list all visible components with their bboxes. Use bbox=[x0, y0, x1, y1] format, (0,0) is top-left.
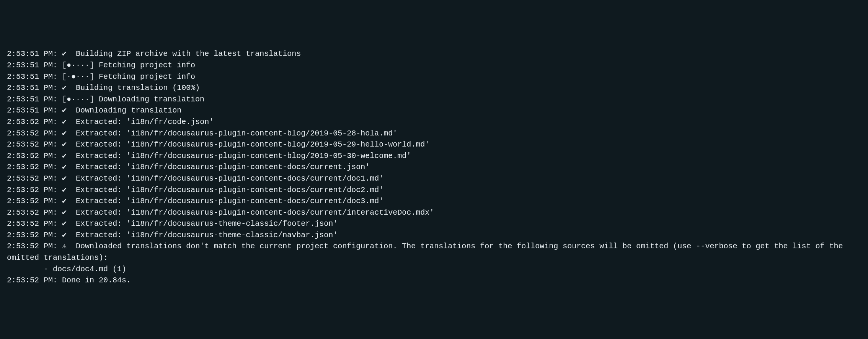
log-timestamp: 2:53:52 PM: bbox=[7, 129, 57, 138]
log-line: 2:53:51 PM: [●∙∙∙∙] Fetching project inf… bbox=[7, 60, 861, 71]
check-icon: ✔ bbox=[62, 208, 67, 217]
log-timestamp: 2:53:51 PM: bbox=[7, 95, 57, 104]
log-message: Building translation (100%) bbox=[71, 83, 200, 92]
log-message: - docs/doc4.md (1) bbox=[7, 265, 126, 274]
log-message: Downloaded translations don't match the … bbox=[7, 242, 847, 262]
check-icon: ✔ bbox=[62, 186, 67, 194]
log-timestamp: 2:53:51 PM: bbox=[7, 83, 57, 92]
check-icon: ✔ bbox=[62, 117, 67, 126]
log-line: 2:53:52 PM: ⚠ Downloaded translations do… bbox=[7, 241, 861, 263]
spinner-icon: [●∙∙∙∙] bbox=[62, 61, 94, 70]
log-line: 2:53:52 PM: ✔ Extracted: 'i18n/fr/code.j… bbox=[7, 116, 861, 128]
check-icon: ✔ bbox=[62, 83, 67, 92]
check-icon: ✔ bbox=[62, 140, 67, 149]
spinner-icon: [●∙∙∙∙] bbox=[62, 95, 94, 104]
log-line: 2:53:52 PM: ✔ Extracted: 'i18n/fr/docusa… bbox=[7, 184, 861, 196]
log-line: 2:53:52 PM: Done in 20.84s. bbox=[7, 275, 861, 286]
log-line: 2:53:51 PM: ✔ Building ZIP archive with … bbox=[7, 48, 861, 60]
log-message: Done in 20.84s. bbox=[62, 276, 131, 285]
log-timestamp: 2:53:52 PM: bbox=[7, 231, 57, 240]
check-icon: ✔ bbox=[62, 231, 67, 240]
log-message: Extracted: 'i18n/fr/docusaurus-plugin-co… bbox=[71, 129, 397, 138]
check-icon: ✔ bbox=[62, 219, 67, 228]
log-timestamp: 2:53:52 PM: bbox=[7, 174, 57, 183]
log-line: 2:53:51 PM: ✔ Downloading translation bbox=[7, 105, 861, 116]
log-message: Downloading translation bbox=[71, 106, 181, 115]
log-timestamp: 2:53:52 PM: bbox=[7, 197, 57, 205]
log-message: Extracted: 'i18n/fr/docusaurus-plugin-co… bbox=[71, 140, 429, 149]
log-line: - docs/doc4.md (1) bbox=[7, 264, 861, 275]
log-timestamp: 2:53:52 PM: bbox=[7, 276, 57, 285]
log-line: 2:53:52 PM: ✔ Extracted: 'i18n/fr/docusa… bbox=[7, 196, 861, 207]
log-line: 2:53:52 PM: ✔ Extracted: 'i18n/fr/docusa… bbox=[7, 161, 861, 173]
log-line: 2:53:51 PM: [∙●∙∙∙] Fetching project inf… bbox=[7, 71, 861, 83]
log-message: Extracted: 'i18n/fr/code.json' bbox=[71, 117, 214, 126]
check-icon: ✔ bbox=[62, 163, 67, 171]
log-message: Extracted: 'i18n/fr/docusaurus-theme-cla… bbox=[71, 219, 338, 228]
check-icon: ✔ bbox=[62, 49, 67, 58]
log-message: Building ZIP archive with the latest tra… bbox=[71, 49, 301, 58]
log-line: 2:53:52 PM: ✔ Extracted: 'i18n/fr/docusa… bbox=[7, 207, 861, 218]
check-icon: ✔ bbox=[62, 174, 67, 183]
log-line: 2:53:51 PM: ✔ Building translation (100%… bbox=[7, 82, 861, 94]
log-line: 2:53:52 PM: ✔ Extracted: 'i18n/fr/docusa… bbox=[7, 139, 861, 150]
log-message: Fetching project info bbox=[99, 61, 195, 70]
log-timestamp: 2:53:51 PM: bbox=[7, 106, 57, 115]
log-timestamp: 2:53:51 PM: bbox=[7, 49, 57, 58]
log-timestamp: 2:53:52 PM: bbox=[7, 219, 57, 228]
terminal-output: 2:53:51 PM: ✔ Building ZIP archive with … bbox=[7, 48, 861, 286]
log-message: Extracted: 'i18n/fr/docusaurus-plugin-co… bbox=[71, 174, 383, 183]
log-message: Extracted: 'i18n/fr/docusaurus-theme-cla… bbox=[71, 231, 338, 240]
log-timestamp: 2:53:52 PM: bbox=[7, 186, 57, 194]
log-timestamp: 2:53:52 PM: bbox=[7, 117, 57, 126]
log-message: Extracted: 'i18n/fr/docusaurus-plugin-co… bbox=[71, 163, 370, 171]
log-timestamp: 2:53:52 PM: bbox=[7, 152, 57, 160]
warning-icon: ⚠ bbox=[62, 242, 67, 251]
log-message: Extracted: 'i18n/fr/docusaurus-plugin-co… bbox=[71, 186, 383, 194]
check-icon: ✔ bbox=[62, 152, 67, 160]
log-line: 2:53:52 PM: ✔ Extracted: 'i18n/fr/docusa… bbox=[7, 150, 861, 162]
log-timestamp: 2:53:52 PM: bbox=[7, 140, 57, 149]
log-timestamp: 2:53:52 PM: bbox=[7, 208, 57, 217]
log-line: 2:53:52 PM: ✔ Extracted: 'i18n/fr/docusa… bbox=[7, 230, 861, 241]
log-message: Extracted: 'i18n/fr/docusaurus-plugin-co… bbox=[71, 197, 383, 205]
log-timestamp: 2:53:52 PM: bbox=[7, 242, 57, 251]
log-timestamp: 2:53:51 PM: bbox=[7, 72, 57, 81]
check-icon: ✔ bbox=[62, 106, 67, 115]
check-icon: ✔ bbox=[62, 129, 67, 138]
check-icon: ✔ bbox=[62, 197, 67, 205]
log-timestamp: 2:53:52 PM: bbox=[7, 163, 57, 171]
log-line: 2:53:52 PM: ✔ Extracted: 'i18n/fr/docusa… bbox=[7, 173, 861, 184]
log-line: 2:53:52 PM: ✔ Extracted: 'i18n/fr/docusa… bbox=[7, 128, 861, 139]
spinner-icon: [∙●∙∙∙] bbox=[62, 72, 94, 81]
log-line: 2:53:52 PM: ✔ Extracted: 'i18n/fr/docusa… bbox=[7, 218, 861, 230]
log-message: Downloading translation bbox=[99, 95, 204, 104]
log-message: Extracted: 'i18n/fr/docusaurus-plugin-co… bbox=[71, 208, 434, 217]
log-timestamp: 2:53:51 PM: bbox=[7, 61, 57, 70]
log-message: Extracted: 'i18n/fr/docusaurus-plugin-co… bbox=[71, 152, 411, 160]
log-line: 2:53:51 PM: [●∙∙∙∙] Downloading translat… bbox=[7, 94, 861, 105]
log-message: Fetching project info bbox=[99, 72, 195, 81]
